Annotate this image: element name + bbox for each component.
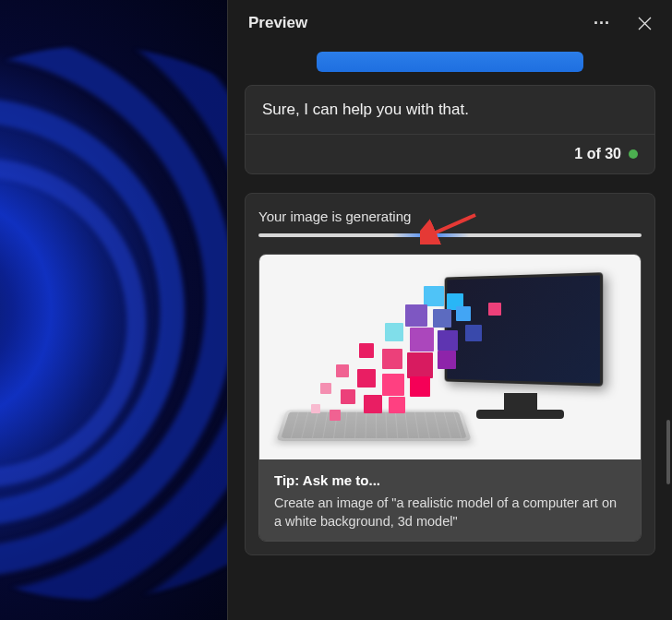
status-dot-icon (629, 149, 638, 159)
scrollbar[interactable] (666, 420, 670, 484)
tip-title: Tip: Ask me to... (274, 472, 626, 488)
image-preview-card[interactable]: Tip: Ask me to... Create an image of "a … (258, 254, 642, 542)
generated-image (259, 255, 641, 459)
generating-card: Your image is generating (245, 193, 655, 555)
response-card: Sure, I can help you with that. 1 of 30 (245, 85, 655, 174)
progress-indicator (392, 233, 469, 237)
header-actions: ··· (591, 12, 655, 34)
close-icon[interactable] (633, 12, 655, 34)
response-footer: 1 of 30 (246, 135, 654, 173)
action-button-partial[interactable] (317, 52, 583, 72)
pixel-graphic (304, 277, 507, 434)
panel-title: Preview (248, 14, 307, 32)
response-text: Sure, I can help you with that. (246, 86, 654, 135)
tip-area: Tip: Ask me to... Create an image of "a … (259, 459, 641, 541)
panel-body: Sure, I can help you with that. 1 of 30 … (228, 46, 672, 620)
progress-bar (258, 233, 642, 237)
more-icon[interactable]: ··· (591, 12, 613, 34)
panel-header: Preview ··· (228, 0, 672, 46)
preview-panel: Preview ··· Sure, I can help you with th… (227, 0, 672, 620)
desktop-wallpaper (0, 0, 227, 620)
tip-text: Create an image of "a realistic model of… (274, 494, 626, 531)
response-counter: 1 of 30 (574, 146, 621, 162)
generating-label: Your image is generating (246, 194, 654, 233)
